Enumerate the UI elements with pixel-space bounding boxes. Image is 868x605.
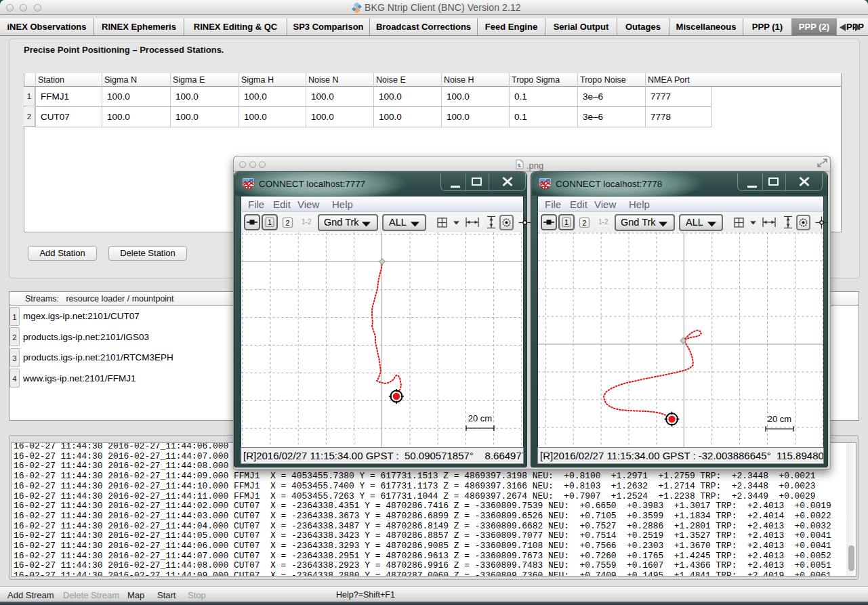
svg-text:2: 2 [286, 219, 290, 227]
svg-text:20 cm: 20 cm [468, 413, 492, 423]
svg-text:1: 1 [564, 218, 569, 226]
svg-text:1: 1 [268, 218, 272, 226]
svg-text:2: 2 [583, 219, 587, 227]
svg-text:20 cm: 20 cm [768, 414, 791, 424]
